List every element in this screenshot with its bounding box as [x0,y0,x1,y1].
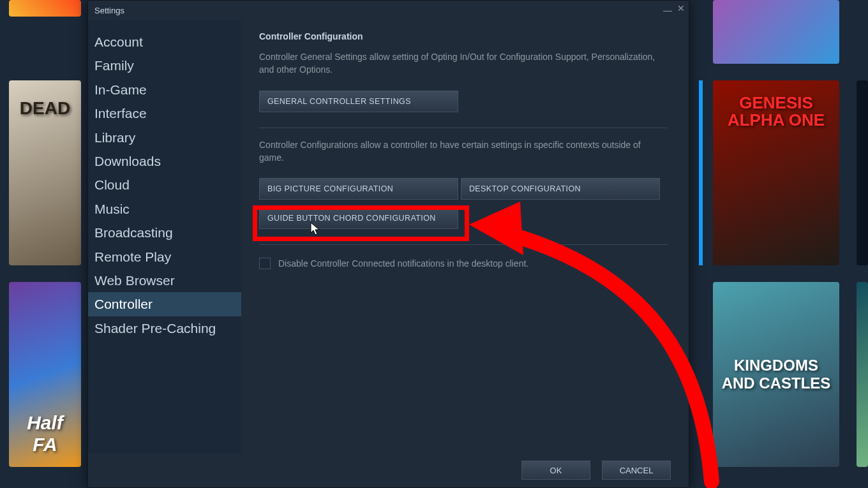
big-picture-configuration-button[interactable]: BIG PICTURE CONFIGURATION [259,178,458,200]
game-tile[interactable] [857,80,868,265]
checkbox-label: Disable Controller Connected notificatio… [278,258,528,269]
sidebar-item-label: Downloads [94,154,161,168]
game-tile[interactable] [9,0,81,17]
sidebar-item-music[interactable]: Music [88,197,241,221]
general-controller-settings-button[interactable]: GENERAL CONTROLLER SETTINGS [259,91,458,112]
sidebar-item-label: Shader Pre-Caching [94,321,216,336]
section-description: Controller Configurations allow a contro… [259,138,668,165]
disable-notifications-row[interactable]: Disable Controller Connected notificatio… [259,258,671,269]
sidebar-item-library[interactable]: Library [88,126,241,149]
sidebar-item-cloud[interactable]: Cloud [88,173,241,196]
sidebar-item-label: In-Game [94,82,147,97]
sidebar-item-family[interactable]: Family [88,54,241,77]
sidebar-item-account[interactable]: Account [88,30,241,54]
minimize-button[interactable]: — [663,5,672,15]
divider [259,128,668,128]
window-title: Settings [94,6,124,15]
settings-window: Settings — ✕ Account Family In-Game Inte… [87,0,689,488]
game-tile[interactable] [857,282,868,467]
game-title: GENESIS ALPHA ONE [713,80,839,265]
game-title: Half FA [9,282,81,467]
sidebar-item-web-browser[interactable]: Web Browser [88,269,241,292]
desktop-configuration-button[interactable]: DESKTOP CONFIGURATION [461,178,660,200]
sidebar-item-downloads[interactable]: Downloads [88,149,241,173]
game-tile[interactable]: KINGDOMS AND CASTLES [713,282,839,467]
title-bar: Settings — ✕ [88,1,689,20]
settings-content: Controller Configuration Controller Gene… [241,20,689,453]
sidebar-item-label: Account [94,34,143,49]
section-description: Controller General Settings allow settin… [259,50,668,77]
sidebar-item-label: Family [94,58,134,73]
sidebar-item-shader-pre-caching[interactable]: Shader Pre-Caching [88,316,241,340]
sidebar-item-label: Music [94,202,130,216]
game-title: DEAD [9,80,81,265]
game-tile[interactable] [713,0,839,64]
ok-button[interactable]: OK [521,461,590,480]
game-title: KINGDOMS AND CASTLES [713,282,839,467]
sidebar-item-controller[interactable]: Controller [88,292,241,316]
game-tile[interactable]: GENESIS ALPHA ONE [713,80,839,265]
dialog-footer: OK CANCEL [88,453,689,487]
sidebar-item-label: Interface [94,106,147,121]
sidebar-item-label: Library [94,130,135,145]
section-heading: Controller Configuration [259,31,671,41]
guide-button-chord-configuration-button[interactable]: GUIDE BUTTON CHORD CONFIGURATION [259,207,458,229]
game-tile[interactable]: Half FA [9,282,81,467]
checkbox-icon[interactable] [259,258,271,269]
sidebar-item-label: Remote Play [94,249,171,264]
selection-indicator [699,80,703,265]
sidebar-item-remote-play[interactable]: Remote Play [88,245,241,269]
divider [259,244,668,245]
sidebar-item-interface[interactable]: Interface [88,101,241,125]
close-button[interactable]: ✕ [677,3,685,13]
sidebar-item-label: Cloud [94,177,130,192]
cancel-button[interactable]: CANCEL [602,461,671,480]
game-tile[interactable]: DEAD [9,80,81,265]
sidebar-item-in-game[interactable]: In-Game [88,78,241,101]
sidebar-item-broadcasting[interactable]: Broadcasting [88,221,241,244]
sidebar-item-label: Web Browser [94,273,175,288]
sidebar-item-label: Broadcasting [94,225,173,240]
settings-sidebar: Account Family In-Game Interface Library… [88,20,241,453]
sidebar-item-label: Controller [94,297,153,311]
